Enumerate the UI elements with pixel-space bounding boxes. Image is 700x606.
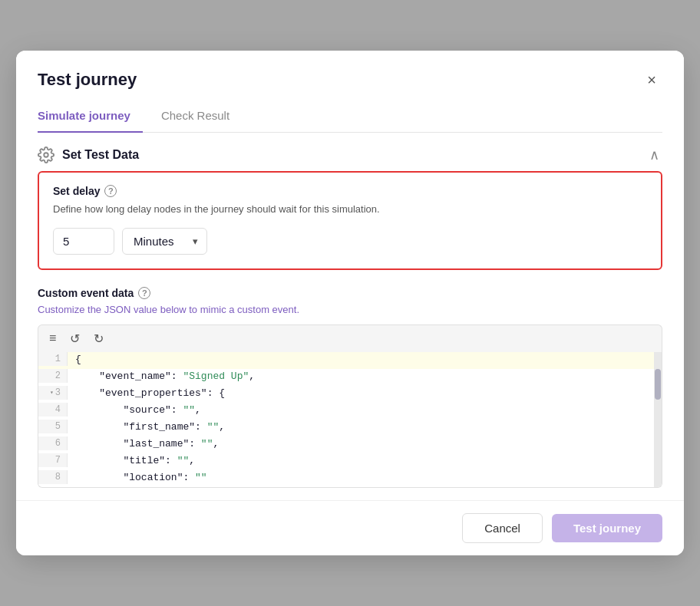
section-title: Set Test Data: [62, 148, 139, 162]
custom-event-description: Customize the JSON value below to mimic …: [38, 304, 662, 315]
set-delay-label: Set delay ?: [53, 185, 647, 197]
modal-title-row: Test journey ×: [38, 69, 662, 91]
code-line-1: 1 {: [38, 352, 662, 369]
tab-check-result[interactable]: Check Result: [161, 103, 242, 133]
modal: Test journey × Simulate journey Check Re…: [16, 51, 684, 555]
set-delay-description: Define how long delay nodes in the journ…: [53, 202, 647, 217]
code-editor[interactable]: 1 { 2 "event_name": "Signed Up", ▾3 "eve…: [38, 352, 662, 488]
tabs-container: Simulate journey Check Result: [38, 103, 662, 133]
undo-button[interactable]: ↺: [67, 330, 83, 347]
set-test-data-section-header: Set Test Data ∧: [38, 133, 662, 171]
svg-point-0: [44, 153, 48, 158]
set-delay-box: Set delay ? Define how long delay nodes …: [38, 171, 662, 270]
custom-event-label: Custom event data ?: [38, 287, 662, 299]
scroll-thumb: [655, 369, 661, 400]
gear-icon: [38, 147, 54, 163]
section-title-row: Set Test Data: [38, 147, 139, 163]
test-journey-button[interactable]: Test journey: [552, 514, 662, 542]
line-number-1: 1: [38, 352, 68, 366]
cancel-button[interactable]: Cancel: [462, 513, 543, 543]
modal-footer: Cancel Test journey: [16, 500, 684, 555]
delay-value-input[interactable]: [53, 228, 114, 255]
delay-unit-select[interactable]: Minutes Hours Seconds: [122, 228, 207, 255]
tab-simulate[interactable]: Simulate journey: [38, 103, 143, 133]
code-line-6: 6 "last_name": "",: [38, 436, 662, 453]
code-line-3: ▾3 "event_properties": {: [38, 386, 662, 403]
delay-controls: Minutes Hours Seconds ▾: [53, 228, 647, 255]
editor-toolbar: ≡ ↺ ↻: [38, 324, 662, 352]
modal-body: Set Test Data ∧ Set delay ? Define how l…: [16, 133, 684, 500]
modal-header: Test journey × Simulate journey Check Re…: [16, 51, 684, 133]
modal-overlay: Test journey × Simulate journey Check Re…: [0, 0, 700, 606]
code-line-8: 8 "location": "": [38, 470, 662, 487]
section-collapse-button[interactable]: ∧: [646, 147, 662, 163]
code-line-5: 5 "first_name": "",: [38, 420, 662, 436]
close-button[interactable]: ×: [641, 69, 662, 91]
code-line-7: 7 "title": "",: [38, 453, 662, 470]
modal-title: Test journey: [38, 70, 137, 90]
set-delay-help-icon[interactable]: ?: [104, 185, 117, 197]
custom-event-section: Custom event data ? Customize the JSON v…: [38, 287, 662, 488]
scrollbar[interactable]: [654, 352, 662, 487]
redo-button[interactable]: ↻: [91, 330, 107, 347]
format-button[interactable]: ≡: [46, 330, 59, 347]
custom-event-help-icon[interactable]: ?: [138, 287, 150, 299]
code-line-2: 2 "event_name": "Signed Up",: [38, 369, 662, 386]
delay-unit-wrapper: Minutes Hours Seconds ▾: [122, 228, 207, 255]
code-line-4: 4 "source": "",: [38, 403, 662, 420]
